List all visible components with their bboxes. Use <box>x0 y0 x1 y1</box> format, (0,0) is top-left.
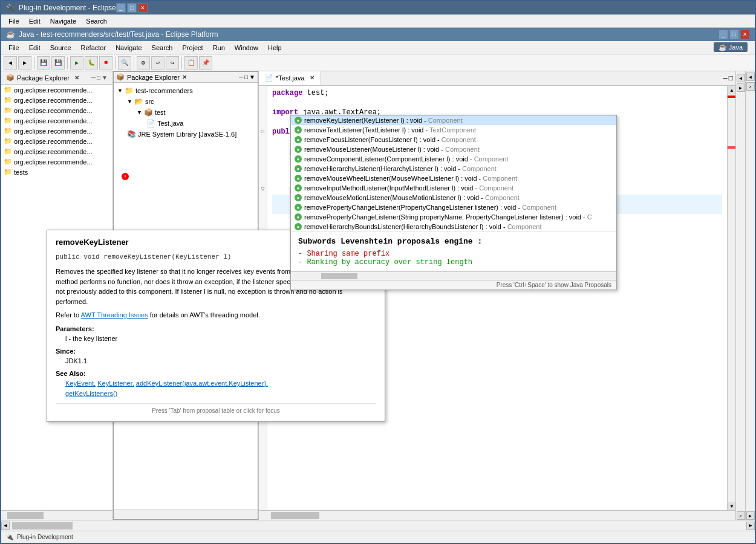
inner-menu-file[interactable]: File <box>4 43 24 53</box>
minimize-button[interactable]: _ <box>116 3 126 13</box>
menu-navigate[interactable]: Navigate <box>45 16 81 26</box>
far-strip-btn-1[interactable]: ◀ <box>746 73 755 81</box>
keylistener-link[interactable]: KeyListener, <box>113 380 134 387</box>
addkeylistener-link[interactable]: addKeyListener(java.awt.event.KeyListene… <box>136 380 268 387</box>
debug-button[interactable]: 🐛 <box>85 56 98 70</box>
ac-item-8[interactable]: ● removeMouseMotionListener(MouseMotionL… <box>291 193 616 202</box>
menu-file[interactable]: File <box>4 16 24 26</box>
maximize-panel-icon[interactable]: □ <box>97 74 100 81</box>
minimize-panel-icon[interactable]: ─ <box>91 74 96 81</box>
ac-item-9[interactable]: ● removePropertyChangeListener(PropertyC… <box>291 202 616 212</box>
inner-menu-navigate[interactable]: Navigate <box>111 43 146 53</box>
inner-menu-source[interactable]: Source <box>45 43 76 53</box>
pkg-tree-jre[interactable]: 📚 JRE System Library [JavaSE-1.6] <box>126 129 255 140</box>
ac-item-2[interactable]: ● removeFocusListener(FocusListener l) :… <box>291 135 616 144</box>
ac-item-1[interactable]: ● removeTextListener(TextListener l) : v… <box>291 125 616 135</box>
scroll-down-button[interactable]: ▼ <box>728 502 735 510</box>
inner-menu-window[interactable]: Window <box>230 43 263 53</box>
ac-item-7[interactable]: ● removeInputMethodListener(InputMethodL… <box>291 183 616 193</box>
editor-h-scrollbar[interactable] <box>259 510 735 520</box>
project-label: test-recommenders <box>135 87 193 94</box>
stop-button[interactable]: ■ <box>99 56 112 70</box>
right-strip: ◀ ▶ ↗ <box>735 71 745 520</box>
toolbar-btn-5[interactable]: 📌 <box>199 56 212 70</box>
ac-item-10[interactable]: ● removePropertyChangeListener(String pr… <box>291 212 616 222</box>
tree-item-org5[interactable]: 📁 org.eclipse.recommende... <box>1 126 112 136</box>
minimize-editor-icon[interactable]: ─ <box>723 74 728 83</box>
tree-item-org2[interactable]: 📁 org.eclipse.recommende... <box>1 95 112 105</box>
scroll-up-button[interactable]: ▲ <box>728 86 735 94</box>
pkg-tree-src[interactable]: ▼ 📂 src <box>126 96 255 107</box>
run-button[interactable]: ▶ <box>70 56 83 70</box>
strip-btn-1[interactable]: ◀ <box>737 74 745 82</box>
ac-item-4[interactable]: ● removeComponentListener(ComponentListe… <box>291 154 616 164</box>
tree-item-org8[interactable]: 📁 org.eclipse.recommende... <box>1 157 112 167</box>
pkg-tree-project[interactable]: ▼ 📁 test-recommenders <box>116 85 255 96</box>
tree-item-org4[interactable]: 📁 org.eclipse.recommende... <box>1 115 112 126</box>
toolbar-btn-2[interactable]: ↩ <box>151 56 165 70</box>
h-scroll-left[interactable]: ◀ <box>1 522 10 530</box>
maximize-button[interactable]: □ <box>127 3 137 13</box>
far-strip-btn-3[interactable]: ▶ <box>746 511 755 520</box>
pkg-menu-icon[interactable]: ▼ <box>249 74 255 80</box>
toolbar-btn-3[interactable]: ↪ <box>166 56 179 70</box>
toolbar-btn-1[interactable]: ⚙ <box>137 56 150 70</box>
strip-btn-2[interactable]: ▶ <box>737 83 745 92</box>
bottom-scroll-thumb[interactable] <box>12 522 73 529</box>
strip-btn-3[interactable]: ↗ <box>737 511 745 520</box>
pkg-h-scrollbar[interactable] <box>114 510 258 519</box>
search-button[interactable]: 🔍 <box>118 56 131 70</box>
h-scroll-thumb[interactable] <box>271 512 319 519</box>
ac-item-5[interactable]: ● removeHierarchyListener(HierarchyListe… <box>291 164 616 173</box>
menu-edit[interactable]: Edit <box>24 16 45 26</box>
inner-menu-help[interactable]: Help <box>263 43 287 53</box>
h-scroll-right[interactable]: ▶ <box>746 522 755 530</box>
tree-item-org6[interactable]: 📁 org.eclipse.recommende... <box>1 136 112 146</box>
inner-menu-search[interactable]: Search <box>147 43 178 53</box>
pkg-tab-actions: ─ □ ▼ <box>239 74 255 80</box>
awt-threading-link[interactable]: AWT Threading Issues <box>113 311 148 319</box>
ac-icon-2: ● <box>295 136 302 143</box>
maximize-editor-icon[interactable]: □ <box>729 74 733 83</box>
bottom-scrollbar[interactable]: ◀ ▶ <box>1 520 755 531</box>
inner-menu-edit[interactable]: Edit <box>24 43 45 53</box>
tree-item-tests[interactable]: 📁 tests <box>1 167 112 177</box>
pkg-tree-testjava[interactable]: 📄 Test.java <box>145 118 255 129</box>
close-tab-icon[interactable]: ✕ <box>74 74 79 81</box>
test-java-tab[interactable]: 📄 *Test.java ✕ <box>259 71 321 85</box>
left-panel-scrollbar[interactable] <box>1 510 112 520</box>
menu-search[interactable]: Search <box>81 16 112 26</box>
ac-item-6[interactable]: ● removeMouseWheelListener(MouseWheelLis… <box>291 173 616 183</box>
forward-button[interactable]: ▶ <box>18 56 31 70</box>
toolbar-btn-4[interactable]: 📋 <box>184 56 198 70</box>
h-scrollbar-thumb[interactable] <box>7 512 44 519</box>
ac-item-0[interactable]: ● removeKeyListener(KeyListener l) : voi… <box>291 115 616 125</box>
inner-menu-project[interactable]: Project <box>177 43 207 53</box>
pkg-maximize-icon[interactable]: □ <box>244 74 248 80</box>
far-strip-btn-2[interactable]: ↗ <box>746 82 755 91</box>
close-tab-icon[interactable]: ✕ <box>310 74 314 81</box>
pkg-close-icon[interactable]: ✕ <box>182 74 187 80</box>
save-button[interactable]: 💾 <box>37 56 50 70</box>
tree-item-org3[interactable]: 📁 org.eclipse.recommende... <box>1 105 112 115</box>
tree-item-org7[interactable]: 📁 org.eclipse.recommende... <box>1 146 112 157</box>
inner-menu-run[interactable]: Run <box>208 43 230 53</box>
tree-item-org1[interactable]: 📁 org.eclipse.recommende... <box>1 85 112 95</box>
ac-h-thumb[interactable] <box>321 273 357 279</box>
getkeylisteners-link[interactable]: getKeyListeners() <box>113 390 117 397</box>
java-perspective-button[interactable]: ☕ Java <box>714 42 748 52</box>
inner-minimize-button[interactable]: _ <box>719 30 728 39</box>
save-all-button[interactable]: 💾 <box>51 56 65 70</box>
back-button[interactable]: ◀ <box>4 56 17 70</box>
pkg-minimize-icon[interactable]: ─ <box>239 74 243 80</box>
inner-menu-refactor[interactable]: Refactor <box>76 43 111 53</box>
ac-h-scrollbar[interactable] <box>291 271 616 280</box>
close-button[interactable]: ✕ <box>138 3 148 13</box>
ac-item-3[interactable]: ● removeMouseListener(MouseListener l) :… <box>291 144 616 154</box>
pkg-tree-test[interactable]: ▼ 📦 test <box>135 107 255 118</box>
inner-maximize-button[interactable]: □ <box>729 30 739 39</box>
editor-scrollbar[interactable]: ▲ ▼ <box>727 86 735 510</box>
inner-close-button[interactable]: ✕ <box>740 30 750 39</box>
ac-item-11[interactable]: ● removeHierarchyBoundsListener(Hierarch… <box>291 222 616 232</box>
view-menu-icon[interactable]: ▼ <box>102 74 108 81</box>
